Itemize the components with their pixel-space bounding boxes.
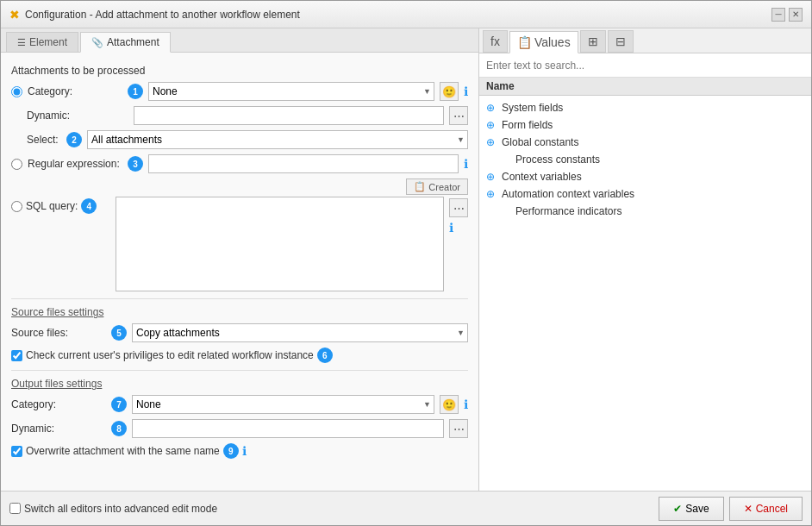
tree-item-process-constants[interactable]: ⊕ Process constants — [479, 151, 811, 168]
tree-item-form-fields[interactable]: ⊕ Form fields — [479, 116, 811, 134]
check-privileges-label: Check current user's priviliges to edit … — [26, 349, 314, 361]
tree-item-global-constants[interactable]: ⊕ Global constants — [479, 134, 811, 151]
bottom-right: ✔ Save ✕ Cancel — [659, 497, 803, 521]
category-row: Category: 1 None ▼ 🙂 ℹ — [11, 82, 468, 101]
overwrite-checkbox[interactable] — [11, 446, 22, 457]
category-label: Category: — [28, 85, 122, 97]
source-files-dropdown[interactable]: Copy attachments Move attachments Link a… — [132, 323, 468, 342]
tab-values[interactable]: 📋 Values — [509, 31, 578, 53]
main-content: ☰ Element 📎 Attachment Attachments to be… — [1, 28, 811, 491]
table-tab-icon: ⊞ — [588, 34, 598, 48]
badge-8: 8 — [111, 421, 127, 436]
main-window: ✖ Configuration - Add attachment to anot… — [0, 0, 812, 526]
check-privileges-row: Check current user's priviliges to edit … — [11, 348, 468, 363]
advanced-edit-label: Switch all editors into advanced edit mo… — [24, 503, 217, 515]
output-category-dropdown[interactable]: None — [132, 395, 434, 414]
category-emoji-btn[interactable]: 🙂 — [440, 82, 459, 101]
badge-2: 2 — [66, 132, 82, 147]
category-radio[interactable] — [11, 86, 22, 97]
output-category-label: Category: — [11, 398, 106, 410]
automation-context-expand-icon: ⊕ — [486, 188, 498, 200]
tree-item-performance-indicators[interactable]: ⊕ Performance indicators — [479, 203, 811, 220]
sql-label: SQL query: — [26, 200, 78, 212]
badge-5: 5 — [111, 325, 127, 341]
tab-attachment[interactable]: 📎 Attachment — [80, 32, 171, 53]
save-button[interactable]: ✔ Save — [659, 497, 723, 521]
select-row: Select: 2 All attachments Selected attac… — [11, 130, 468, 149]
tab-grid[interactable]: ⊟ — [608, 30, 634, 53]
creator-bar: 📋 Creator — [11, 178, 468, 195]
process-constants-label: Process constants — [515, 153, 600, 166]
system-fields-expand-icon: ⊕ — [486, 102, 498, 114]
performance-indicators-label: Performance indicators — [515, 205, 621, 217]
output-dynamic-row: Dynamic: 8 ⋯ — [11, 419, 468, 438]
source-files-dropdown-wrapper: Copy attachments Move attachments Link a… — [132, 323, 468, 342]
bottom-bar: Switch all editors into advanced edit mo… — [1, 491, 811, 525]
title-bar: ✖ Configuration - Add attachment to anot… — [1, 1, 811, 28]
dynamic-label: Dynamic: — [27, 110, 128, 122]
check-privileges-checkbox[interactable] — [11, 350, 22, 361]
sql-row: SQL query: 4 ⋯ ℹ — [11, 197, 468, 291]
dynamic-input[interactable] — [134, 106, 444, 125]
right-panel: fx 📋 Values ⊞ ⊟ Name ⊕ — [479, 28, 811, 491]
context-variables-label: Context variables — [502, 171, 582, 183]
minimize-button[interactable]: ─ — [771, 8, 785, 22]
output-files-section-title[interactable]: Output files settings — [11, 378, 468, 390]
values-tab-icon: 📋 — [517, 35, 532, 49]
overwrite-info-icon[interactable]: ℹ — [242, 444, 247, 458]
advanced-edit-checkbox[interactable] — [9, 503, 21, 514]
bottom-left: Switch all editors into advanced edit mo… — [9, 503, 217, 515]
regex-info-icon[interactable]: ℹ — [464, 157, 468, 171]
creator-btn-icon: 📋 — [414, 181, 426, 192]
output-dynamic-more-btn[interactable]: ⋯ — [449, 419, 468, 438]
sql-more-btn[interactable]: ⋯ — [449, 198, 468, 217]
cancel-button[interactable]: ✕ Cancel — [729, 497, 803, 521]
output-dynamic-label: Dynamic: — [11, 423, 106, 435]
output-category-info-icon[interactable]: ℹ — [464, 398, 468, 411]
global-constants-expand-icon: ⊕ — [486, 136, 498, 148]
sql-textarea[interactable] — [116, 197, 444, 291]
dynamic-more-btn[interactable]: ⋯ — [449, 106, 468, 125]
select-dropdown-wrapper: All attachments Selected attachments ▼ — [87, 130, 468, 149]
output-category-dropdown-wrapper: None ▼ — [132, 395, 434, 414]
badge-9: 9 — [223, 443, 239, 459]
category-dropdown[interactable]: None — [148, 82, 434, 101]
close-button[interactable]: ✕ — [789, 8, 803, 22]
context-variables-expand-icon: ⊕ — [486, 171, 498, 183]
output-dynamic-input[interactable] — [132, 419, 444, 438]
tab-fx[interactable]: fx — [483, 30, 508, 53]
output-category-emoji-btn[interactable]: 🙂 — [440, 395, 459, 414]
tree-panel: ⊕ System fields ⊕ Form fields ⊕ Global c… — [479, 96, 811, 491]
regex-label: Regular expression: — [28, 158, 122, 170]
element-tab-icon: ☰ — [17, 37, 26, 48]
performance-indicators-expand-icon: ⊕ — [500, 205, 512, 217]
tab-bar: ☰ Element 📎 Attachment — [1, 28, 478, 53]
select-dropdown[interactable]: All attachments Selected attachments — [87, 130, 468, 149]
right-tab-bar: fx 📋 Values ⊞ ⊟ — [479, 28, 811, 53]
tree-header: Name — [479, 78, 811, 96]
tab-table[interactable]: ⊞ — [580, 30, 606, 53]
search-input[interactable] — [479, 53, 811, 78]
output-category-row: Category: 7 None ▼ 🙂 ℹ — [11, 395, 468, 414]
panel-content: Attachments to be processed Category: 1 … — [1, 53, 478, 491]
save-icon: ✔ — [673, 503, 682, 515]
badge-3: 3 — [128, 156, 143, 172]
left-panel: ☰ Element 📎 Attachment Attachments to be… — [1, 28, 479, 491]
source-files-row: Source files: 5 Copy attachments Move at… — [11, 323, 468, 342]
regex-radio[interactable] — [11, 159, 22, 170]
tree-item-context-variables[interactable]: ⊕ Context variables — [479, 168, 811, 185]
window-title: Configuration - Add attachment to anothe… — [25, 9, 300, 21]
tab-element[interactable]: ☰ Element — [6, 32, 78, 52]
category-info-icon[interactable]: ℹ — [464, 85, 468, 98]
sql-info-icon[interactable]: ℹ — [449, 221, 468, 235]
creator-button[interactable]: 📋 Creator — [406, 178, 468, 195]
badge-7: 7 — [111, 397, 127, 412]
process-constants-expand-icon: ⊕ — [500, 153, 512, 166]
system-fields-label: System fields — [502, 102, 563, 114]
source-files-section-title[interactable]: Source files settings — [11, 306, 468, 318]
sql-radio[interactable] — [11, 201, 22, 212]
values-tab-label: Values — [534, 35, 571, 49]
tree-item-automation-context[interactable]: ⊕ Automation context variables — [479, 185, 811, 203]
tree-item-system-fields[interactable]: ⊕ System fields — [479, 99, 811, 116]
regex-input[interactable] — [148, 154, 459, 173]
